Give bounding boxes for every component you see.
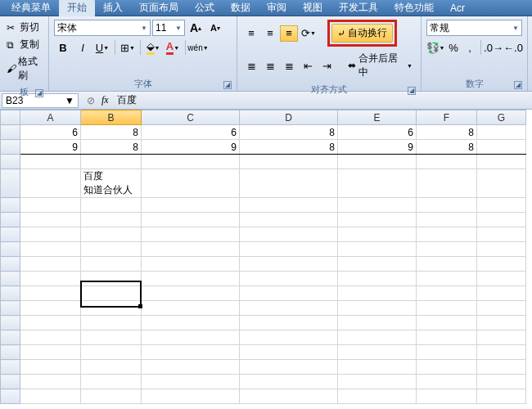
percent-button[interactable]: %: [446, 39, 461, 56]
cell[interactable]: [417, 242, 477, 257]
font-name-combo[interactable]: 宋体▼: [54, 20, 151, 36]
dialog-launcher-icon[interactable]: ◢: [408, 87, 416, 95]
cell[interactable]: [142, 272, 240, 286]
cell[interactable]: [142, 360, 240, 375]
cell[interactable]: [142, 345, 240, 360]
cell[interactable]: [477, 227, 526, 242]
cell[interactable]: [142, 316, 240, 330]
cell[interactable]: [477, 272, 526, 286]
align-top-button[interactable]: ≡: [242, 25, 260, 42]
align-center-button[interactable]: ≣: [261, 57, 279, 74]
cell[interactable]: [81, 257, 142, 272]
cell[interactable]: [477, 155, 526, 169]
cell[interactable]: 8: [240, 125, 338, 140]
cell[interactable]: [142, 155, 240, 169]
cell[interactable]: [81, 389, 142, 404]
row-header[interactable]: [1, 198, 20, 213]
cell[interactable]: [142, 242, 240, 257]
fx-icon[interactable]: fx: [101, 94, 109, 106]
cell[interactable]: [417, 345, 477, 360]
row-header[interactable]: [1, 316, 20, 330]
cell[interactable]: [417, 227, 477, 242]
cell[interactable]: [477, 301, 526, 316]
cell[interactable]: [477, 125, 526, 140]
cell[interactable]: [338, 198, 417, 213]
cell[interactable]: [81, 286, 142, 301]
border-button[interactable]: ⊞▼: [119, 39, 137, 56]
cell[interactable]: [20, 272, 81, 286]
cell[interactable]: [477, 198, 526, 213]
format-painter-button[interactable]: 🖌格式刷: [5, 54, 43, 83]
cell[interactable]: [338, 330, 417, 345]
cell[interactable]: [417, 375, 477, 389]
align-right-button[interactable]: ≣: [280, 57, 298, 74]
cell[interactable]: [81, 213, 142, 227]
row-header[interactable]: [1, 257, 20, 272]
dialog-launcher-icon[interactable]: ◢: [35, 89, 43, 97]
row-header[interactable]: [1, 213, 20, 227]
cell[interactable]: 6: [338, 125, 417, 140]
cell[interactable]: [81, 242, 142, 257]
number-format-combo[interactable]: 常规▼: [426, 20, 522, 36]
cell[interactable]: [142, 286, 240, 301]
cell[interactable]: [20, 316, 81, 330]
cell[interactable]: [142, 198, 240, 213]
cell[interactable]: [142, 227, 240, 242]
copy-button[interactable]: ⧉复制: [5, 37, 43, 52]
col-header[interactable]: E: [338, 110, 417, 125]
cell[interactable]: [20, 389, 81, 404]
cell[interactable]: [417, 301, 477, 316]
tab-dev[interactable]: 开发工具: [331, 0, 386, 16]
tab-home[interactable]: 开始: [59, 0, 95, 16]
tab-classic[interactable]: 经典菜单: [3, 0, 59, 16]
cell[interactable]: [240, 360, 338, 375]
cell[interactable]: [20, 375, 81, 389]
cell[interactable]: [81, 330, 142, 345]
cell[interactable]: [338, 227, 417, 242]
wrap-text-button[interactable]: ⤶ 自动换行: [331, 24, 393, 43]
merge-center-button[interactable]: ⬌ 合并后居中 ▼: [345, 50, 416, 81]
col-header[interactable]: C: [142, 110, 240, 125]
cell[interactable]: [81, 316, 142, 330]
cell[interactable]: [477, 360, 526, 375]
decrease-decimal-button[interactable]: ←.0: [504, 39, 522, 56]
cell[interactable]: [81, 301, 142, 316]
row-header[interactable]: [1, 227, 20, 242]
increase-decimal-button[interactable]: .0→: [485, 39, 503, 56]
cell[interactable]: [20, 257, 81, 272]
tab-view[interactable]: 视图: [295, 0, 331, 16]
col-header[interactable]: D: [240, 110, 338, 125]
cell[interactable]: [338, 375, 417, 389]
dialog-launcher-icon[interactable]: ◢: [223, 81, 232, 89]
cell[interactable]: [240, 375, 338, 389]
cell[interactable]: [477, 330, 526, 345]
cell[interactable]: [417, 213, 477, 227]
cell[interactable]: [240, 213, 338, 227]
dialog-launcher-icon[interactable]: ◢: [514, 81, 522, 89]
cut-button[interactable]: ✂剪切: [5, 20, 43, 35]
cell[interactable]: [477, 345, 526, 360]
increase-indent-button[interactable]: ⇥: [318, 57, 336, 74]
cell[interactable]: [477, 169, 526, 198]
cell[interactable]: [81, 198, 142, 213]
cell[interactable]: [240, 272, 338, 286]
cell[interactable]: [142, 301, 240, 316]
cell[interactable]: 9: [20, 140, 81, 155]
row-header[interactable]: [1, 301, 20, 316]
cell[interactable]: [20, 360, 81, 375]
function-button[interactable]: ⊘: [85, 95, 97, 106]
tab-layout[interactable]: 页面布局: [131, 0, 187, 16]
cell[interactable]: [338, 316, 417, 330]
cell[interactable]: [240, 169, 338, 198]
cell[interactable]: [240, 227, 338, 242]
col-header[interactable]: G: [477, 110, 526, 125]
cell[interactable]: [240, 198, 338, 213]
cell[interactable]: [142, 389, 240, 404]
cell[interactable]: [20, 301, 81, 316]
cell[interactable]: [81, 272, 142, 286]
worksheet[interactable]: ABCDEFG686868989898百度知道合伙人: [0, 110, 532, 404]
cell[interactable]: [142, 169, 240, 198]
row-header[interactable]: [1, 345, 20, 360]
tab-acr[interactable]: Acr: [442, 1, 473, 16]
cell[interactable]: [240, 301, 338, 316]
